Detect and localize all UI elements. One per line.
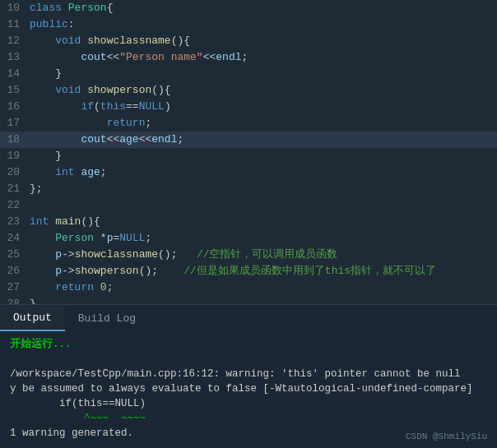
code-line: 17 return;	[0, 115, 497, 132]
line-number: 26	[0, 263, 30, 279]
line-number: 20	[0, 164, 30, 181]
line-content: }	[30, 66, 62, 82]
line-content	[30, 197, 36, 214]
code-line: 22	[0, 197, 497, 214]
line-number: 25	[0, 247, 30, 263]
code-line: 10class Person{	[0, 0, 497, 16]
line-number: 28	[0, 296, 30, 304]
line-content: };	[30, 181, 43, 197]
line-number: 22	[0, 197, 30, 214]
line-content: p->showclassname(); //空指针，可以调用成员函数	[30, 247, 337, 263]
line-number: 15	[0, 82, 30, 99]
line-number: 13	[0, 49, 30, 66]
output-panel: 开始运行... /workspace/TestCpp/main.cpp:16:1…	[0, 330, 497, 448]
watermark: CSDN @ShmilySiu	[406, 432, 487, 441]
code-line: 20 int age;	[0, 164, 497, 181]
line-content: cout<<age<<endl;	[30, 132, 183, 148]
code-line: 25 p->showclassname(); //空指针，可以调用成员函数	[0, 247, 497, 263]
tab-bar: Output Build Log	[0, 304, 497, 330]
line-content: return 0;	[30, 279, 113, 296]
output-code: if(this==NULL)	[10, 396, 487, 411]
line-content: int age;	[30, 164, 107, 181]
code-editor: 10class Person{11public:12 void showclas…	[0, 0, 497, 304]
line-number: 10	[0, 0, 30, 16]
code-line: 12 void showclassname(){	[0, 33, 497, 49]
line-number: 12	[0, 33, 30, 49]
line-number: 19	[0, 148, 30, 164]
code-line: 23int main(){	[0, 214, 497, 230]
code-line: 24 Person *p=NULL;	[0, 230, 497, 247]
code-line: 11public:	[0, 16, 497, 33]
line-content: public:	[30, 16, 75, 33]
line-content: void showclassname(){	[30, 33, 190, 49]
line-content: void showperson(){	[30, 82, 171, 99]
line-number: 11	[0, 16, 30, 33]
line-content: if(this==NULL)	[30, 99, 171, 115]
code-line: 16 if(this==NULL)	[0, 99, 497, 115]
line-number: 24	[0, 230, 30, 247]
code-line: 27 return 0;	[0, 279, 497, 296]
line-number: 21	[0, 181, 30, 197]
line-content: p->showperson(); //但是如果成员函数中用到了this指针，就不…	[30, 263, 436, 279]
line-content: return;	[30, 115, 151, 132]
line-number: 27	[0, 279, 30, 296]
line-number: 18	[0, 132, 30, 148]
line-content: cout<<"Person name"<<endl;	[30, 49, 248, 66]
code-line: 18 cout<<age<<endl;	[0, 132, 497, 148]
line-number: 16	[0, 99, 30, 115]
line-content: }	[30, 296, 36, 304]
output-warning2: y be assumed to always evaluate to false…	[10, 381, 487, 396]
output-caret: ^~~~ ~~~~	[10, 411, 487, 426]
line-number: 17	[0, 115, 30, 132]
code-line: 15 void showperson(){	[0, 82, 497, 99]
code-line: 13 cout<<"Person name"<<endl;	[0, 49, 497, 66]
output-warning1: /workspace/TestCpp/main.cpp:16:12: warni…	[10, 367, 487, 381]
code-line: 28}	[0, 296, 497, 304]
code-line: 26 p->showperson(); //但是如果成员函数中用到了this指针…	[0, 263, 497, 279]
line-content: int main(){	[30, 214, 100, 230]
line-number: 14	[0, 66, 30, 82]
tab-output[interactable]: Output	[0, 305, 65, 331]
tab-build-log[interactable]: Build Log	[65, 305, 149, 331]
output-start: 开始运行...	[10, 337, 487, 352]
code-line: 14 }	[0, 66, 497, 82]
code-line: 19 }	[0, 148, 497, 164]
output-blank	[10, 352, 487, 367]
line-content: class Person{	[30, 0, 113, 16]
line-content: Person *p=NULL;	[30, 230, 151, 247]
line-content: }	[30, 148, 62, 164]
code-line: 21};	[0, 181, 497, 197]
line-number: 23	[0, 214, 30, 230]
